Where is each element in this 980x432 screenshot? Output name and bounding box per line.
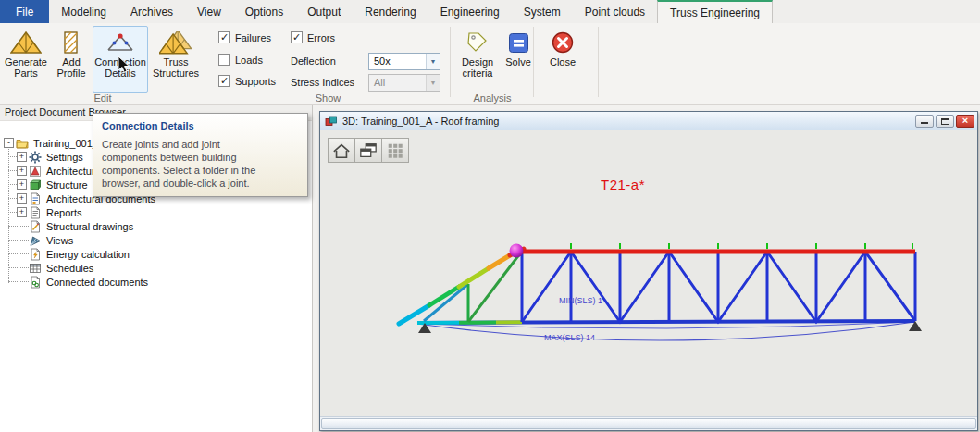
- drawing-icon: [29, 220, 42, 233]
- sidebar-item-connected-documents[interactable]: Connected documents: [0, 275, 312, 289]
- menu-tab-file[interactable]: File: [0, 0, 49, 23]
- architecture-icon: [29, 165, 42, 178]
- menu-tab-truss-engineering[interactable]: Truss Engineering: [657, 0, 773, 23]
- folder-icon: [16, 137, 29, 150]
- menu-tab-options[interactable]: Options: [233, 0, 295, 23]
- application-window: File Modeling Archives View Options Outp…: [0, 0, 980, 432]
- sidebar-item-energy-calculation[interactable]: Energy calculation: [0, 247, 312, 261]
- structure-icon: [29, 179, 42, 191]
- close-tab-button[interactable]: Close: [540, 26, 585, 93]
- add-profile-button[interactable]: Add Profile: [51, 26, 92, 93]
- add-profile-icon: [60, 29, 82, 56]
- schedule-icon: [29, 262, 42, 275]
- solve-button[interactable]: Solve: [503, 26, 533, 93]
- expand-expander[interactable]: +: [17, 193, 27, 204]
- deflection-dropdown[interactable]: 50x ▼: [368, 53, 440, 70]
- truss-3d-model[interactable]: T21-a* MIN(SLS) 1 MAX(SLS) 14: [320, 130, 977, 416]
- grid-icon: [385, 142, 405, 160]
- menu-tab-archives[interactable]: Archives: [118, 0, 185, 23]
- tooltip-title: Connection Details: [102, 120, 299, 131]
- edit-group-label: Edit: [0, 93, 205, 104]
- top-chord: [520, 243, 915, 252]
- menu-tab-modeling[interactable]: Modeling: [49, 0, 118, 23]
- home-view-button[interactable]: [328, 138, 355, 163]
- horizontal-scrollbar[interactable]: [320, 416, 977, 430]
- tooltip-body: Create joints and add joint components b…: [102, 138, 274, 190]
- menu-tab-view[interactable]: View: [185, 0, 233, 23]
- min-sls-label: MIN(SLS) 1: [559, 296, 602, 305]
- stress-indices-dropdown[interactable]: All ▼: [368, 74, 440, 92]
- sidebar-item-views[interactable]: Views: [0, 233, 312, 247]
- menu-tab-rendering[interactable]: Rendering: [353, 0, 428, 23]
- close-window-button[interactable]: ×: [956, 115, 974, 128]
- checkbox-box: [218, 54, 230, 66]
- grid-view-button[interactable]: [381, 138, 409, 163]
- ribbon-truss-engineering: Generate Parts Add Profile: [0, 23, 980, 105]
- menu-tab-point-clouds[interactable]: Point clouds: [573, 0, 657, 23]
- design-criteria-button[interactable]: Design criteria: [453, 26, 502, 93]
- chevron-down-icon: ▼: [426, 75, 440, 91]
- generate-parts-button[interactable]: Generate Parts: [3, 26, 49, 93]
- loads-checkbox[interactable]: Loads: [218, 54, 263, 66]
- rafter-chord: [399, 249, 524, 324]
- failures-checkbox[interactable]: ✓ Failures: [218, 31, 271, 43]
- check-icon: ✓: [220, 75, 229, 86]
- checkbox-box: ✓: [218, 75, 230, 87]
- ribbon-group-edit: Generate Parts Add Profile: [0, 23, 205, 105]
- expand-expander[interactable]: +: [17, 166, 27, 176]
- sidebar-item-reports[interactable]: + Reports: [0, 205, 312, 219]
- connected-document-icon: [29, 276, 42, 289]
- ribbon-group-analysis: Design criteria Solve Analysis: [451, 23, 534, 105]
- energy-icon: [29, 248, 42, 261]
- expand-expander[interactable]: +: [17, 207, 27, 217]
- menu-tab-system[interactable]: System: [512, 0, 573, 23]
- minimize-button[interactable]: [915, 115, 934, 128]
- architectural-document-icon: [29, 192, 42, 205]
- tile-windows-icon: [358, 142, 378, 160]
- bottom-chord: [417, 321, 915, 323]
- minimize-icon: [921, 122, 928, 124]
- joint-sphere[interactable]: [510, 244, 524, 258]
- window-controls: ×: [915, 115, 974, 128]
- supports-checkbox[interactable]: ✓ Supports: [218, 75, 276, 87]
- maximize-icon: [941, 118, 949, 125]
- menu-tab-engineering[interactable]: Engineering: [428, 0, 512, 23]
- deflection-curves: [417, 322, 915, 340]
- truss-structures-icon: [159, 29, 192, 56]
- max-sls-label: MAX(SLS) 14: [544, 333, 595, 342]
- chevron-down-icon[interactable]: ▼: [426, 54, 440, 69]
- menu-bar: File Modeling Archives View Options Outp…: [0, 0, 980, 23]
- mouse-cursor-icon: [118, 56, 130, 74]
- group-separator: [598, 27, 599, 97]
- collapse-expander[interactable]: -: [4, 138, 14, 148]
- sidebar-item-schedules[interactable]: Schedules: [0, 261, 312, 275]
- window-title-bar[interactable]: 3D: Training_001_A - Roof framing ×: [320, 112, 977, 130]
- truss-structures-button[interactable]: Truss Structures: [150, 26, 202, 93]
- expand-expander[interactable]: +: [17, 152, 27, 162]
- tile-windows-button[interactable]: [354, 138, 382, 163]
- views-icon: [29, 234, 42, 247]
- viewport-window: 3D: Training_001_A - Roof framing ×: [319, 111, 978, 431]
- left-web-members: [424, 253, 520, 322]
- check-icon: ✓: [292, 31, 301, 43]
- viewport-toolbar: [328, 138, 408, 163]
- web-members: [522, 252, 915, 322]
- ribbon-group-close: Close: [534, 23, 599, 105]
- ribbon-group-show: ✓ Failures Loads ✓ Supports ✓ Errors Def…: [205, 23, 451, 105]
- truss-label: T21-a*: [567, 177, 678, 192]
- analysis-group-label: Analysis: [451, 93, 534, 104]
- menu-tab-output[interactable]: Output: [295, 0, 353, 23]
- report-icon: [29, 206, 42, 219]
- solve-equals-icon: [509, 29, 528, 56]
- errors-checkbox[interactable]: ✓ Errors: [291, 31, 335, 43]
- expand-expander[interactable]: +: [17, 179, 27, 190]
- connection-details-tooltip: Connection Details Create joints and add…: [93, 113, 308, 197]
- sidebar-item-structural-drawings[interactable]: Structural drawings: [0, 219, 312, 233]
- maximize-button[interactable]: [936, 115, 954, 128]
- checkbox-box: ✓: [291, 31, 303, 43]
- scrollbar-thumb[interactable]: [321, 418, 976, 429]
- viewport-canvas[interactable]: T21-a* MIN(SLS) 1 MAX(SLS) 14: [320, 130, 977, 416]
- design-criteria-tag-icon: [465, 29, 490, 56]
- check-icon: ✓: [220, 31, 229, 43]
- window-title: 3D: Training_001_A - Roof framing: [342, 116, 499, 127]
